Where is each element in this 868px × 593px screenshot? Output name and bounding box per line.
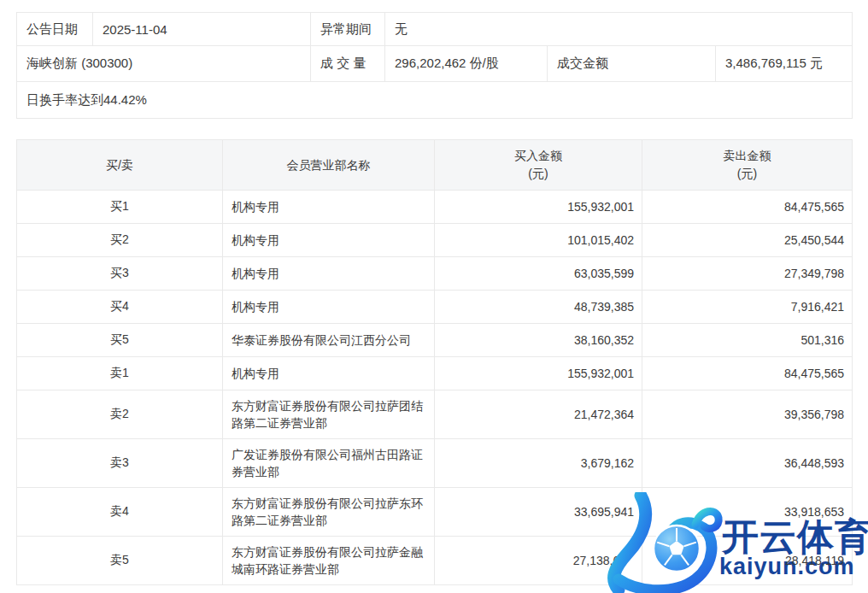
header-sell-amount: 卖出金额 (元) [642, 140, 853, 191]
sell-amount-cell: 36,448,593 [642, 439, 853, 488]
buy-amount-cell: 63,035,599 [435, 257, 642, 291]
header-sell-line1: 卖出金额 [643, 147, 851, 165]
branch-cell: 机构专用 [223, 357, 435, 390]
sell-amount-cell: 25,450,544 [642, 224, 853, 257]
header-sell-line2: (元) [643, 165, 851, 183]
table-row-buy1: 买1 机构专用 155,932,001 84,475,565 [17, 191, 853, 224]
branch-cell: 广发证券股份有限公司福州古田路证券营业部 [223, 439, 435, 488]
table-row-buy4: 买4 机构专用 48,739,385 7,916,421 [17, 291, 853, 324]
table-row-sell4: 卖4 东方财富证券股份有限公司拉萨东环路第二证券营业部 33,695,941 3… [17, 488, 853, 537]
side-cell: 卖5 [17, 537, 223, 585]
branch-cell: 机构专用 [223, 257, 435, 291]
turnover-label: 成交金额 [548, 46, 716, 82]
turnover-value: 3,486,769,115 元 [716, 46, 853, 82]
sell-amount-cell: 84,475,565 [642, 357, 853, 390]
branch-cell: 机构专用 [223, 291, 435, 324]
side-cell: 卖3 [17, 439, 223, 488]
summary-info-table: 公告日期 2025-11-04 异常期间 无 海峡创新 (300300) 成 交… [16, 12, 853, 119]
turnover-rate-note: 日换手率达到44.42% [17, 82, 853, 119]
sell-amount-cell: 501,316 [642, 324, 853, 357]
side-cell: 卖2 [17, 390, 223, 439]
buy-amount-cell: 48,739,385 [435, 291, 642, 324]
table-row-buy2: 买2 机构专用 101,015,402 25,450,544 [17, 224, 853, 257]
table-row-sell1: 卖1 机构专用 155,932,001 84,475,565 [17, 357, 853, 390]
table-row-sell3: 卖3 广发证券股份有限公司福州古田路证券营业部 3,679,162 36,448… [17, 439, 853, 488]
abnormal-period-label: 异常期间 [311, 13, 385, 46]
buy-amount-cell: 101,015,402 [435, 224, 642, 257]
side-cell: 卖4 [17, 488, 223, 537]
buy-amount-cell: 155,932,001 [435, 357, 642, 390]
volume-label: 成 交 量 [311, 46, 385, 82]
buy-amount-cell: 3,679,162 [435, 439, 642, 488]
side-cell: 卖1 [17, 357, 223, 390]
announce-date-label: 公告日期 [17, 13, 93, 46]
stock-name: 海峡创新 (300300) [17, 46, 311, 82]
abnormal-period-value: 无 [385, 13, 853, 46]
sell-amount-cell: 39,356,798 [642, 390, 853, 439]
sell-amount-cell: 27,349,798 [642, 257, 853, 291]
info-row-stock: 海峡创新 (300300) 成 交 量 296,202,462 份/股 成交金额… [17, 46, 853, 82]
table-row-buy3: 买3 机构专用 63,035,599 27,349,798 [17, 257, 853, 291]
table-row-sell2: 卖2 东方财富证券股份有限公司拉萨团结路第二证券营业部 21,472,364 3… [17, 390, 853, 439]
branch-cell: 东方财富证券股份有限公司拉萨金融城南环路证券营业部 [223, 537, 435, 585]
branch-cell: 机构专用 [223, 191, 435, 224]
sell-amount-cell: 33,918,653 [642, 488, 853, 537]
volume-value: 296,202,462 份/股 [385, 46, 548, 82]
side-cell: 买4 [17, 291, 223, 324]
branch-cell: 东方财富证券股份有限公司拉萨团结路第二证券营业部 [223, 390, 435, 439]
buy-amount-cell: 33,695,941 [435, 488, 642, 537]
header-side: 买/卖 [17, 140, 223, 191]
sell-amount-cell: 7,916,421 [642, 291, 853, 324]
table-row-buy5: 买5 华泰证券股份有限公司江西分公司 38,160,352 501,316 [17, 324, 853, 357]
info-row-announcement: 公告日期 2025-11-04 异常期间 无 [17, 13, 853, 46]
header-buy-line2: (元) [436, 165, 641, 183]
side-cell: 买3 [17, 257, 223, 291]
buy-amount-cell: 38,160,352 [435, 324, 642, 357]
broker-table: 买/卖 会员营业部名称 买入金额 (元) 卖出金额 (元) 买1 机构专用 15… [16, 139, 853, 585]
branch-cell: 华泰证券股份有限公司江西分公司 [223, 324, 435, 357]
table-row-sell5: 卖5 东方财富证券股份有限公司拉萨金融城南环路证券营业部 27,138,66 2… [17, 537, 853, 585]
info-row-note: 日换手率达到44.42% [17, 82, 853, 119]
buy-amount-cell: 21,472,364 [435, 390, 642, 439]
sell-amount-cell: 28,418,119 [642, 537, 853, 585]
buy-amount-cell: 155,932,001 [435, 191, 642, 224]
branch-cell: 东方财富证券股份有限公司拉萨东环路第二证券营业部 [223, 488, 435, 537]
header-buy-line1: 买入金额 [436, 147, 641, 165]
side-cell: 买2 [17, 224, 223, 257]
broker-table-header-row: 买/卖 会员营业部名称 买入金额 (元) 卖出金额 (元) [17, 140, 853, 191]
announce-date-value: 2025-11-04 [93, 13, 311, 46]
header-branch: 会员营业部名称 [223, 140, 435, 191]
sell-amount-cell: 84,475,565 [642, 191, 853, 224]
branch-cell: 机构专用 [223, 224, 435, 257]
side-cell: 买1 [17, 191, 223, 224]
header-buy-amount: 买入金额 (元) [435, 140, 642, 191]
buy-amount-cell: 27,138,66 [435, 537, 642, 585]
side-cell: 买5 [17, 324, 223, 357]
